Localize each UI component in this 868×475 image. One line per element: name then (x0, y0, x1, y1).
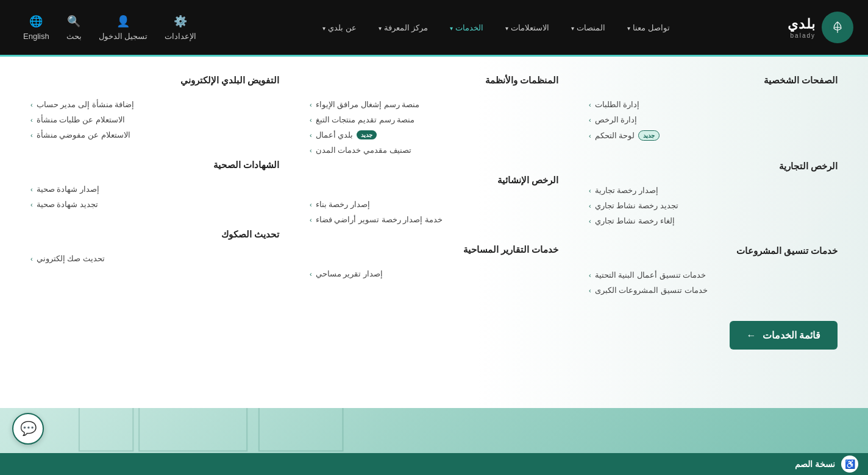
arrow-icon: › (589, 187, 591, 194)
nav-inquiries-label: الاستعلامات (511, 23, 549, 32)
link-add-facility[interactable]: إضافة منشأة إلى مدير حساب › (30, 97, 279, 112)
link-inquire-facility-delegates[interactable]: الاستعلام عن مفوضي منشأة › (30, 127, 279, 142)
nav-settings-label: الإعدادات (165, 32, 196, 41)
mega-col-1: الصفحات الشخصية إدارة الطلبات › إدارة ال… (583, 75, 844, 315)
section-construction-licenses-title: الرخص الإنشائية (310, 175, 558, 189)
arrow-icon: › (30, 255, 33, 262)
mega-menu: الصفحات الشخصية إدارة الطلبات › إدارة ال… (0, 55, 868, 408)
link-control-panel[interactable]: جديد لوحة التحكم › (589, 127, 838, 144)
arrow-icon: › (30, 132, 33, 139)
link-issue-survey-report[interactable]: إصدار تقرير مساحي › (310, 266, 558, 281)
link-inquire-facility-requests[interactable]: الاستعلام عن طلبات منشأة › (30, 112, 279, 127)
user-icon: 👤 (116, 15, 130, 28)
chevron-platforms: ▾ (571, 25, 574, 32)
nav-services[interactable]: الخدمات ▾ (439, 18, 494, 37)
link-infrastructure-coordination[interactable]: خدمات تنسيق أعمال البنية التحتية › (589, 267, 838, 283)
link-renew-commercial[interactable]: تجديد رخصة نشاط تجاري › (589, 198, 838, 213)
page-container: الصفحات الشخصية إدارة الطلبات › إدارة ال… (0, 55, 868, 475)
arrow-icon: › (30, 101, 33, 108)
arrow-icon: › (310, 116, 312, 124)
link-manage-requests[interactable]: إدارة الطلبات › (589, 97, 838, 112)
section-survey-reports: خدمات التقارير المساحية إصدار تقرير مساح… (310, 244, 558, 281)
section-commercial-licenses: الرخص التجارية إصدار رخصة تجارية › تجديد… (589, 161, 838, 228)
chevron-services: ▾ (450, 25, 453, 32)
link-cancel-commercial[interactable]: إلغاء رخصة نشاط تجاري › (589, 213, 838, 228)
section-municipal-delegation: التفويض البلدي الإلكتروني إضافة منشأة إل… (30, 75, 279, 142)
link-tobacco-fee[interactable]: منصة رسم تقديم منتجات التبغ › (310, 112, 558, 127)
mega-menu-overlay: الصفحات الشخصية إدارة الطلبات › إدارة ال… (0, 55, 868, 408)
link-manage-licenses[interactable]: إدارة الرخص › (589, 112, 838, 127)
cta-arrow: ← (747, 330, 756, 341)
logo-text: بلدي (788, 16, 816, 32)
nav-platforms-label: المنصات (577, 23, 605, 32)
section-project-coordination-title: خدمات تنسيق المشروعات (589, 245, 838, 260)
nav-contact[interactable]: تواصل معنا ▾ (616, 18, 681, 37)
arrow-icon: › (589, 217, 591, 225)
link-large-projects-coordination[interactable]: خدمات تنسيق المشروعات الكبرى › (589, 283, 838, 298)
arrow-icon: › (310, 101, 312, 108)
accessibility-bar[interactable]: ♿ نسخة الصم (0, 453, 868, 475)
nav-inquiries[interactable]: الاستعلامات ▾ (494, 18, 560, 37)
logo[interactable]: بلدي balady (788, 12, 853, 43)
language-icon: 🌐 (29, 15, 43, 28)
link-balady-business[interactable]: جديد بلدي أعمال › (310, 127, 558, 142)
nav-search-label: بحث (66, 32, 82, 41)
chat-icon: 💬 (20, 421, 37, 437)
nav-knowledge[interactable]: مركز المعرفة ▾ (368, 18, 439, 37)
link-issue-health-cert[interactable]: إصدار شهادة صحية › (30, 181, 279, 197)
nav-language[interactable]: 🌐 English (15, 10, 58, 46)
arrow-icon: › (589, 116, 591, 124)
nav-knowledge-label: مركز المعرفة (384, 23, 429, 32)
section-survey-reports-title: خدمات التقارير المساحية (310, 244, 558, 259)
nav-platforms[interactable]: المنصات ▾ (560, 18, 616, 37)
link-update-electronic-deed[interactable]: تحديث صك إلكتروني › (30, 251, 279, 266)
nav-settings[interactable]: ⚙️ الإعدادات (156, 10, 205, 46)
link-land-fencing-permit[interactable]: خدمة إصدار رخصة تسوير أراضي فضاء › (310, 212, 558, 227)
section-municipal-delegation-title: التفويض البلدي الإلكتروني (30, 75, 279, 90)
link-issue-building-permit[interactable]: إصدار رخصة بناء › (310, 197, 558, 212)
arrow-icon: › (310, 270, 312, 278)
link-city-services-classification[interactable]: تصنيف مقدمي خدمات المدن › (310, 142, 558, 158)
section-personal-pages-title: الصفحات الشخصية (589, 75, 838, 90)
navbar: بلدي balady عن بلدي ▾ مركز المعرفة ▾ الخ… (0, 0, 868, 55)
section-project-coordination: خدمات تنسيق المشروعات خدمات تنسيق أعمال … (589, 245, 838, 298)
arrow-icon: › (589, 202, 591, 209)
nav-contact-label: تواصل معنا (633, 23, 670, 32)
chevron-about: ▾ (322, 25, 326, 32)
arrow-icon: › (589, 132, 591, 139)
section-commercial-licenses-title: الرخص التجارية (589, 161, 838, 175)
section-construction-licenses: الرخص الإنشائية إصدار رخصة بناء › خدمة إ… (310, 175, 558, 227)
section-health-certificates: الشهادات الصحية إصدار شهادة صحية › تجديد… (30, 160, 279, 212)
chat-button[interactable]: 💬 (12, 413, 44, 445)
accessibility-label: نسخة الصم (795, 459, 835, 469)
section-health-certificates-title: الشهادات الصحية (30, 160, 279, 174)
mega-menu-grid: الصفحات الشخصية إدارة الطلبات › إدارة ال… (24, 75, 844, 315)
nav-services-label: الخدمات (455, 23, 483, 32)
link-hospitality-fee[interactable]: منصة رسم إشغال مرافق الإيواء › (310, 97, 558, 112)
search-icon: 🔍 (67, 15, 80, 28)
logo-icon (822, 12, 853, 43)
chevron-knowledge: ▾ (379, 25, 382, 32)
badge-new-control: جديد (638, 130, 660, 141)
link-renew-health-cert[interactable]: تجديد شهادة صحية › (30, 197, 279, 212)
arrow-icon: › (30, 116, 33, 124)
chevron-contact: ▾ (627, 25, 630, 32)
arrow-icon: › (310, 132, 312, 139)
logo-subtext: balady (788, 32, 816, 39)
navbar-left-items: ⚙️ الإعدادات 👤 تسجيل الدخول 🔍 بحث 🌐 Engl… (15, 10, 205, 46)
settings-icon: ⚙️ (174, 15, 187, 28)
mega-col-2: المنظمات والأنظمة منصة رسم إشغال مرافق ا… (304, 75, 564, 315)
nav-login[interactable]: 👤 تسجيل الدخول (90, 10, 157, 46)
nav-search[interactable]: 🔍 بحث (58, 10, 90, 46)
section-organizations: المنظمات والأنظمة منصة رسم إشغال مرافق ا… (310, 75, 558, 158)
services-list-button[interactable]: قائمة الخدمات ← (730, 321, 838, 350)
nav-about[interactable]: عن بلدي ▾ (311, 18, 368, 37)
arrow-icon: › (30, 186, 33, 193)
arrow-icon: › (310, 201, 312, 208)
mega-col-3: التفويض البلدي الإلكتروني إضافة منشأة إل… (24, 75, 285, 315)
link-issue-commercial[interactable]: إصدار رخصة تجارية › (589, 183, 838, 198)
section-organizations-title: المنظمات والأنظمة (310, 75, 558, 90)
section-deeds-update: تحديث الصكوك تحديث صك إلكتروني › (30, 229, 279, 266)
cta-label: قائمة الخدمات (763, 329, 820, 341)
section-personal-pages: الصفحات الشخصية إدارة الطلبات › إدارة ال… (589, 75, 838, 144)
